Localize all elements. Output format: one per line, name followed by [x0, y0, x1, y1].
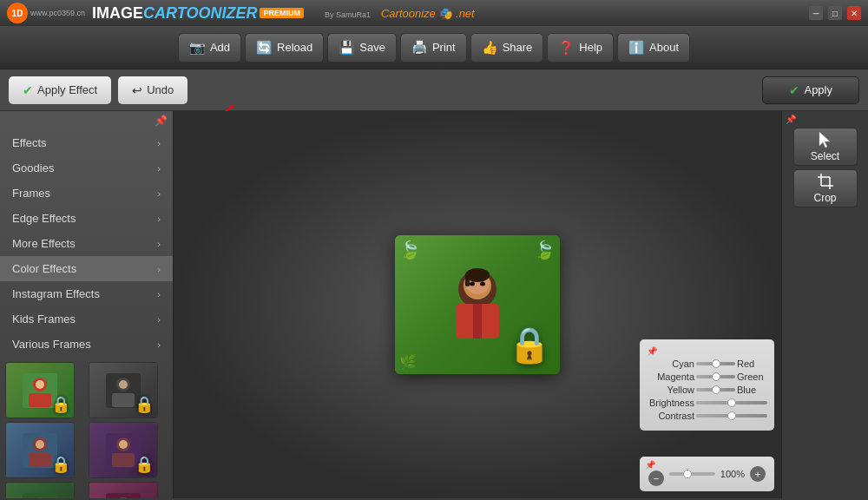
sidebar-item-goodies-label: Goodies	[12, 161, 54, 174]
sidebar-item-frames[interactable]: Frames ›	[0, 181, 173, 206]
canvas-inner: 🍃 🍃 🌿	[395, 235, 560, 374]
sidebar-item-effects-label: Effects	[12, 136, 47, 149]
zoom-out-button[interactable]: －	[648, 470, 664, 486]
about-button[interactable]: ℹ️ About	[617, 33, 690, 62]
window-controls[interactable]: ─ □ ✕	[809, 6, 861, 20]
logo-image: IMAGE	[92, 4, 143, 23]
logo-premium-badge: PREMIUM	[260, 8, 304, 18]
share-label: Share	[503, 41, 533, 54]
logo-by: By SamuRa1	[325, 7, 371, 20]
reload-button[interactable]: 🔄 Reload	[245, 33, 324, 62]
right-pin-top: 📌	[786, 115, 796, 124]
sidebar-item-edge-effects[interactable]: Edge Effects ›	[0, 206, 173, 231]
sidebar-item-instagram-effects[interactable]: Instagram Effects ›	[0, 281, 173, 306]
print-label: Print	[432, 41, 456, 54]
sidebar-item-kids-frames[interactable]: Kids Frames ›	[0, 306, 173, 332]
effects-chevron-icon: ›	[157, 138, 161, 148]
magenta-label: Magenta	[647, 372, 694, 382]
yellow-slider[interactable]	[696, 388, 735, 391]
yellow-blue-row: Yellow Blue	[647, 385, 767, 395]
undo-icon: ↩	[132, 83, 142, 97]
thumbnail-5[interactable]	[5, 482, 75, 498]
select-tool-label: Select	[811, 150, 839, 162]
svg-point-5	[36, 380, 44, 389]
apply-label: Apply	[804, 83, 832, 96]
add-button[interactable]: 📷 Add	[178, 33, 241, 62]
restore-button[interactable]: □	[828, 6, 842, 20]
help-label: Help	[579, 41, 602, 54]
cyan-label: Cyan	[647, 359, 694, 369]
svg-rect-8	[112, 393, 135, 407]
sidebar-item-more-effects[interactable]: More Effects ›	[0, 231, 173, 256]
more-effects-chevron-icon: ›	[157, 239, 161, 249]
contrast-slider[interactable]	[696, 414, 767, 418]
sidebar-item-effects[interactable]: Effects ›	[0, 130, 173, 155]
right-panel: 📌 Select Crop 📌 Cyan	[781, 111, 868, 498]
close-button[interactable]: ✕	[847, 6, 861, 20]
sidebar-item-instagram-effects-label: Instagram Effects	[12, 287, 100, 300]
cyan-slider[interactable]	[696, 362, 735, 365]
apply-effect-label: Apply Effect	[37, 83, 97, 96]
logo-icon: 1D www.pc0359.cn	[7, 3, 85, 23]
magenta-slider[interactable]	[696, 375, 735, 378]
thumb-photo-6	[89, 483, 157, 498]
save-icon: 💾	[339, 40, 355, 56]
undo-button[interactable]: ↩ Undo	[118, 76, 187, 104]
cartoonize-text: Cartoonize 🎭 .net	[381, 7, 475, 20]
thumbnail-6[interactable]	[89, 482, 158, 498]
magenta-green-row: Magenta Green	[647, 372, 767, 382]
goodies-chevron-icon: ›	[157, 163, 161, 174]
thumbnail-1[interactable]: 🔒	[5, 362, 75, 418]
svg-point-9	[119, 380, 128, 389]
sidebar-item-various-frames[interactable]: Various Frames ›	[0, 332, 173, 357]
svg-marker-35	[819, 132, 830, 148]
minimize-button[interactable]: ─	[809, 6, 823, 20]
zoom-panel: 📌 － 100% ＋	[640, 457, 774, 491]
person-container	[434, 265, 521, 345]
sidebar-menu: Effects › Goodies › Frames › Edge Effect…	[0, 130, 173, 357]
thumb-lock-icon-1: 🔒	[51, 395, 70, 414]
color-effects-chevron-icon: ›	[157, 264, 161, 274]
print-icon: 🖨️	[411, 40, 428, 56]
zoom-slider[interactable]	[669, 472, 715, 476]
svg-rect-12	[29, 453, 51, 467]
thumbnail-3[interactable]: 🔒	[5, 422, 75, 478]
share-button[interactable]: 👍 Share	[470, 33, 544, 62]
leaf-decoration-tr: 🍃	[534, 240, 556, 260]
pin-icon[interactable]: 📌	[155, 115, 168, 127]
apply-effect-button[interactable]: ✔ Apply Effect	[9, 76, 111, 104]
add-icon: 📷	[189, 40, 206, 56]
cartoonize-logo: Cartoonize 🎭 .net	[381, 7, 475, 20]
frames-chevron-icon: ›	[157, 188, 161, 199]
reload-icon: 🔄	[256, 40, 273, 56]
various-frames-chevron-icon: ›	[157, 339, 161, 350]
apply-button[interactable]: ✔ Apply	[762, 76, 859, 104]
sidebar-item-goodies[interactable]: Goodies ›	[0, 155, 173, 181]
person-svg	[434, 265, 521, 343]
thumb-lock-icon-3: 🔒	[51, 455, 70, 474]
help-button[interactable]: ❓ Help	[547, 33, 614, 62]
color-panel-pin: 📌	[647, 346, 767, 356]
brightness-slider[interactable]	[696, 401, 767, 405]
thumbnails-grid: 🔒 🔒	[0, 357, 173, 498]
color-panel-pin-icon: 📌	[647, 346, 657, 356]
leaf-decoration-bl: 🌿	[399, 353, 417, 370]
zoom-in-button[interactable]: ＋	[750, 466, 766, 482]
about-label: About	[649, 41, 679, 54]
crop-tool-button[interactable]: Crop	[793, 169, 858, 207]
thumbnail-4[interactable]: 🔒	[89, 422, 158, 478]
print-button[interactable]: 🖨️ Print	[400, 33, 467, 62]
contrast-label: Contrast	[647, 411, 694, 421]
green-label: Green	[737, 372, 767, 382]
add-label: Add	[210, 41, 230, 54]
sidebar-item-frames-label: Frames	[12, 187, 50, 200]
select-tool-button[interactable]: Select	[793, 128, 858, 166]
main-layout: 📌 Effects › Goodies › Frames › Edge Effe…	[0, 111, 868, 498]
thumb-photo-5	[6, 483, 74, 498]
yellow-label: Yellow	[647, 385, 694, 395]
sidebar-item-color-effects[interactable]: Color Effects ›	[0, 256, 173, 281]
thumbnail-2[interactable]: 🔒	[89, 362, 158, 418]
save-button[interactable]: 💾 Save	[327, 33, 397, 62]
sub-toolbar: ✔ Apply Effect ↩ Undo ✔ Apply	[0, 69, 868, 111]
thumb-photo-4: 🔒	[89, 423, 157, 477]
